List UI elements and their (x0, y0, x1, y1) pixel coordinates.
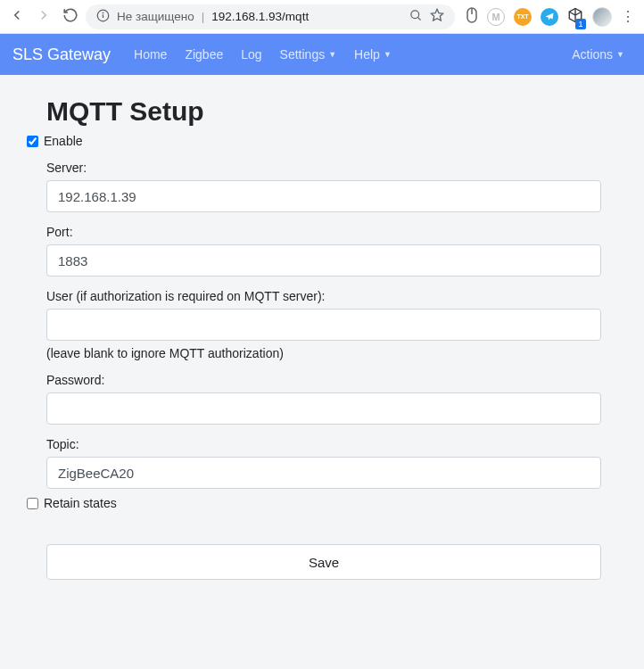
extension-icon-mouse[interactable] (466, 6, 478, 27)
user-label: User (if authorization is required on MQ… (46, 289, 601, 303)
caret-down-icon: ▼ (328, 50, 336, 59)
extension-icon-m[interactable]: M (487, 8, 505, 26)
user-input[interactable] (46, 309, 601, 341)
server-input[interactable] (46, 180, 601, 212)
svg-line-4 (417, 17, 420, 20)
enable-checkbox[interactable] (27, 136, 38, 147)
save-button[interactable]: Save (46, 544, 601, 580)
nav-settings[interactable]: Settings▼ (273, 42, 344, 67)
extension-badge: 1 (575, 19, 586, 29)
extension-icon-telegram[interactable] (541, 8, 558, 26)
browser-toolbar: Не защищено | 192.168.1.93/mqtt M TXT 1 … (0, 0, 644, 34)
security-status: Не защищено (117, 10, 194, 23)
retain-label: Retain states (44, 496, 117, 510)
url-divider: | (202, 10, 205, 23)
nav-actions[interactable]: Actions▼ (565, 42, 632, 67)
browser-menu-button[interactable]: ⋮ (621, 8, 635, 25)
nav-zigbee[interactable]: Zigbee (178, 42, 230, 67)
svg-point-3 (411, 10, 419, 18)
back-button[interactable] (9, 7, 25, 27)
nav-home[interactable]: Home (127, 42, 174, 67)
extension-icon-box[interactable]: 1 (567, 7, 583, 27)
server-label: Server: (46, 161, 601, 175)
reload-button[interactable] (62, 7, 78, 27)
extensions-area: M TXT 1 ⋮ (466, 6, 635, 27)
enable-label: Enable (44, 134, 83, 148)
app-navbar: SLS Gateway Home Zigbee Log Settings▼ He… (0, 34, 644, 75)
svg-marker-5 (431, 9, 442, 21)
nav-log[interactable]: Log (234, 42, 268, 67)
topic-label: Topic: (46, 437, 601, 451)
forward-button[interactable] (36, 7, 52, 27)
caret-down-icon: ▼ (384, 50, 392, 59)
port-input[interactable] (46, 244, 601, 277)
user-hint: (leave blank to ignore MQTT authorizatio… (46, 346, 601, 360)
address-bar[interactable]: Не защищено | 192.168.1.93/mqtt (86, 4, 455, 29)
caret-down-icon: ▼ (616, 50, 624, 59)
page-title: MQTT Setup (46, 96, 601, 127)
brand-title[interactable]: SLS Gateway (12, 45, 111, 64)
url-text: 192.168.1.93/mqtt (211, 10, 309, 23)
bookmark-star-icon[interactable] (430, 8, 444, 25)
extension-icon-txt[interactable]: TXT (514, 8, 532, 26)
retain-row: Retain states (27, 496, 601, 510)
nav-help[interactable]: Help▼ (347, 42, 399, 67)
svg-point-2 (103, 12, 103, 13)
page-content: MQTT Setup Enable Server: Port: User (if… (0, 75, 644, 669)
profile-avatar[interactable] (592, 7, 612, 27)
enable-row: Enable (27, 134, 601, 148)
topic-input[interactable] (46, 457, 601, 489)
password-label: Password: (46, 373, 601, 387)
retain-checkbox[interactable] (27, 498, 38, 509)
zoom-icon[interactable] (409, 9, 423, 25)
info-icon (96, 9, 110, 25)
password-input[interactable] (46, 392, 601, 425)
port-label: Port: (46, 225, 601, 239)
